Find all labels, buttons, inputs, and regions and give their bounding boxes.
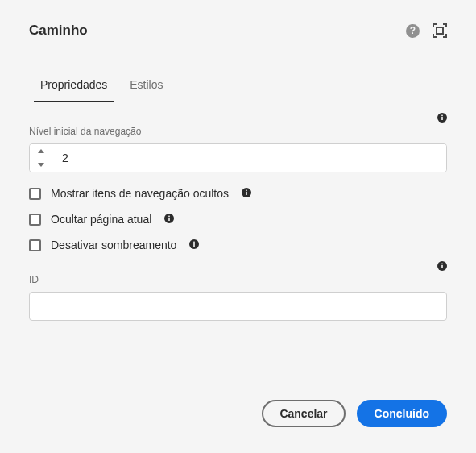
svg-rect-11 bbox=[194, 243, 196, 247]
svg-rect-8 bbox=[169, 218, 171, 221]
info-icon[interactable] bbox=[437, 261, 447, 271]
svg-rect-12 bbox=[194, 241, 196, 243]
cancel-button-label: Cancelar bbox=[279, 407, 327, 420]
tab-label: Propriedades bbox=[40, 78, 107, 91]
svg-rect-15 bbox=[441, 264, 443, 265]
info-icon[interactable] bbox=[437, 113, 447, 123]
show-hidden-checkbox[interactable] bbox=[29, 188, 41, 200]
show-hidden-label: Mostrar itens de navegação ocultos bbox=[51, 187, 229, 200]
disable-shadowing-checkbox[interactable] bbox=[29, 239, 41, 251]
svg-rect-9 bbox=[169, 215, 171, 217]
disable-shadowing-label: Desativar sombreamento bbox=[51, 239, 176, 251]
nav-start-level-stepper bbox=[29, 143, 447, 172]
stepper-controls bbox=[30, 144, 52, 172]
cancel-button[interactable]: Cancelar bbox=[262, 400, 345, 427]
properties-panel: Nível inicial da navegação Mostrar itens… bbox=[29, 126, 447, 380]
info-icon[interactable] bbox=[164, 214, 174, 226]
id-label: ID bbox=[29, 274, 447, 285]
breadcrumb-config-dialog: Caminho ? Propriedades Estilos Nível ini… bbox=[0, 0, 476, 453]
nav-start-level-input[interactable] bbox=[52, 144, 446, 172]
info-icon[interactable] bbox=[242, 188, 251, 200]
svg-rect-0 bbox=[437, 27, 443, 34]
step-down-button[interactable] bbox=[30, 158, 52, 172]
done-button[interactable]: Concluído bbox=[357, 400, 447, 427]
nav-start-level-field: Nível inicial da navegação bbox=[29, 126, 447, 172]
hide-current-label: Ocultar página atual bbox=[51, 213, 151, 226]
show-hidden-row: Mostrar itens de navegação ocultos bbox=[29, 187, 447, 200]
dialog-header: Caminho ? bbox=[29, 23, 447, 52]
done-button-label: Concluído bbox=[375, 407, 429, 420]
help-icon[interactable]: ? bbox=[406, 24, 420, 38]
svg-rect-3 bbox=[441, 115, 443, 117]
svg-rect-5 bbox=[246, 192, 247, 195]
svg-rect-2 bbox=[441, 117, 443, 120]
id-field: ID bbox=[29, 274, 447, 321]
svg-rect-14 bbox=[441, 265, 443, 268]
header-actions: ? bbox=[406, 23, 447, 38]
hide-current-checkbox[interactable] bbox=[29, 214, 41, 226]
svg-rect-6 bbox=[246, 189, 247, 191]
dialog-footer: Cancelar Concluído bbox=[29, 380, 447, 437]
tab-list: Propriedades Estilos bbox=[29, 69, 447, 103]
tab-properties[interactable]: Propriedades bbox=[39, 69, 109, 102]
dialog-title: Caminho bbox=[29, 23, 88, 39]
fullscreen-icon[interactable] bbox=[433, 23, 447, 38]
tab-label: Estilos bbox=[130, 78, 163, 91]
disable-shadowing-row: Desativar sombreamento bbox=[29, 239, 447, 251]
info-icon[interactable] bbox=[189, 239, 199, 251]
hide-current-row: Ocultar página atual bbox=[29, 213, 447, 226]
id-input[interactable] bbox=[29, 292, 447, 321]
nav-start-level-label: Nível inicial da navegação bbox=[29, 126, 447, 137]
tab-styles[interactable]: Estilos bbox=[128, 69, 164, 102]
step-up-button[interactable] bbox=[30, 144, 52, 158]
